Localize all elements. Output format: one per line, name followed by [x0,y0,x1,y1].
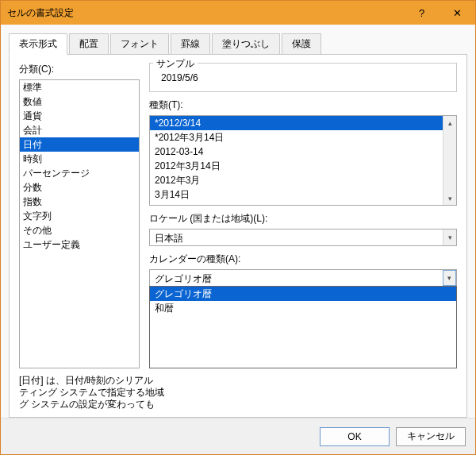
titlebar: セルの書式設定 ? ✕ [1,1,475,25]
category-item-other[interactable]: その他 [20,223,139,237]
main-row: 分類(C): 標準 数値 通貨 会計 日付 時刻 パーセンテージ 分数 指数 文… [19,63,457,368]
calendar-option-blank2 [150,330,456,344]
type-item-6[interactable]: 2012/3/14 [150,202,443,205]
locale-value: 日本語 [150,229,443,245]
type-label: 種類(T): [149,98,457,112]
tab-protection[interactable]: 保護 [282,33,321,55]
locale-label: ロケール (国または地域)(L): [149,212,457,226]
calendar-option-blank3 [150,344,456,358]
category-item-accounting[interactable]: 会計 [20,123,139,137]
calendar-option-gregorian[interactable]: グレゴリオ暦 [150,287,456,301]
description-line3: グ システムの設定が変わっても [19,399,155,410]
cancel-button[interactable]: キャンセル [396,427,466,446]
category-item-user-defined[interactable]: ユーザー定義 [20,237,139,252]
type-item-3[interactable]: 2012年3月14日 [150,159,443,173]
description-line2: ティング システムで指定する地域 [19,387,164,398]
type-scrollbar[interactable]: ▴ ▾ [443,116,456,205]
calendar-option-blank4 [150,358,456,372]
category-item-scientific[interactable]: 指数 [20,195,139,209]
category-item-currency[interactable]: 通貨 [20,109,139,123]
tab-fill[interactable]: 塗りつぶし [212,33,280,55]
scroll-down-icon[interactable]: ▾ [443,191,456,205]
calendar-value: グレゴリオ暦 [150,270,443,286]
category-item-fraction[interactable]: 分数 [20,180,139,195]
tab-border[interactable]: 罫線 [171,33,210,55]
type-item-1[interactable]: *2012年3月14日 [150,130,443,145]
category-label: 分類(C): [19,63,140,76]
tab-alignment[interactable]: 配置 [69,33,109,55]
category-item-standard[interactable]: 標準 [20,80,139,94]
scroll-up-icon[interactable]: ▴ [443,116,456,129]
locale-combo[interactable]: 日本語 ▾ [149,229,457,246]
category-item-number[interactable]: 数値 [20,94,139,109]
category-item-time[interactable]: 時刻 [20,152,139,166]
type-item-4[interactable]: 2012年3月 [150,173,443,187]
dialog-footer: OK キャンセル [1,418,475,454]
calendar-dropdown-panel[interactable]: グレゴリオ暦 和暦 [149,286,457,368]
tab-strip: 表示形式 配置 フォント 罫線 塗りつぶし 保護 [9,33,467,55]
tab-display-format[interactable]: 表示形式 [9,33,67,55]
left-column: 分類(C): 標準 数値 通貨 会計 日付 時刻 パーセンテージ 分数 指数 文… [19,63,140,368]
dialog-window: セルの書式設定 ? ✕ 表示形式 配置 フォント 罫線 塗りつぶし 保護 分類(… [0,0,476,455]
category-item-text[interactable]: 文字列 [20,209,139,223]
category-item-date[interactable]: 日付 [20,137,139,152]
category-item-percentage[interactable]: パーセンテージ [20,166,139,180]
calendar-option-japanese[interactable]: 和暦 [150,301,456,315]
help-button[interactable]: ? [404,1,440,25]
calendar-option-blank1 [150,315,456,330]
type-listbox[interactable]: *2012/3/14 *2012年3月14日 2012-03-14 2012年3… [149,115,457,206]
calendar-combo-wrap: グレゴリオ暦 ▾ グレゴリオ暦 和暦 [149,269,457,287]
category-listbox[interactable]: 標準 数値 通貨 会計 日付 時刻 パーセンテージ 分数 指数 文字列 その他 … [19,79,140,368]
calendar-label: カレンダーの種類(A): [149,253,457,266]
type-item-0[interactable]: *2012/3/14 [150,116,443,130]
ok-button[interactable]: OK [320,427,390,446]
description-text: [日付] は、日付/時刻のシリアル ティング システムで指定する地域 グ システ… [19,375,457,411]
sample-value: 2019/5/6 [156,69,450,83]
close-button[interactable]: ✕ [440,1,475,25]
description-line1: [日付] は、日付/時刻のシリアル [19,375,153,386]
dialog-body: 表示形式 配置 フォント 罫線 塗りつぶし 保護 分類(C): 標準 数値 通貨… [1,25,475,418]
window-title: セルの書式設定 [7,6,404,20]
type-items: *2012/3/14 *2012年3月14日 2012-03-14 2012年3… [150,116,443,205]
calendar-dropdown-icon[interactable]: ▾ [443,270,456,286]
tab-font[interactable]: フォント [110,33,169,55]
sample-label: サンプル [153,57,198,71]
type-item-2[interactable]: 2012-03-14 [150,145,443,159]
right-column: サンプル 2019/5/6 種類(T): *2012/3/14 *2012年3月… [149,63,457,368]
locale-dropdown-icon[interactable]: ▾ [443,229,456,245]
calendar-combo[interactable]: グレゴリオ暦 ▾ [149,269,457,287]
sample-group: サンプル 2019/5/6 [149,63,457,92]
type-item-5[interactable]: 3月14日 [150,187,443,202]
tab-panel: 分類(C): 標準 数値 通貨 会計 日付 時刻 パーセンテージ 分数 指数 文… [9,54,467,418]
